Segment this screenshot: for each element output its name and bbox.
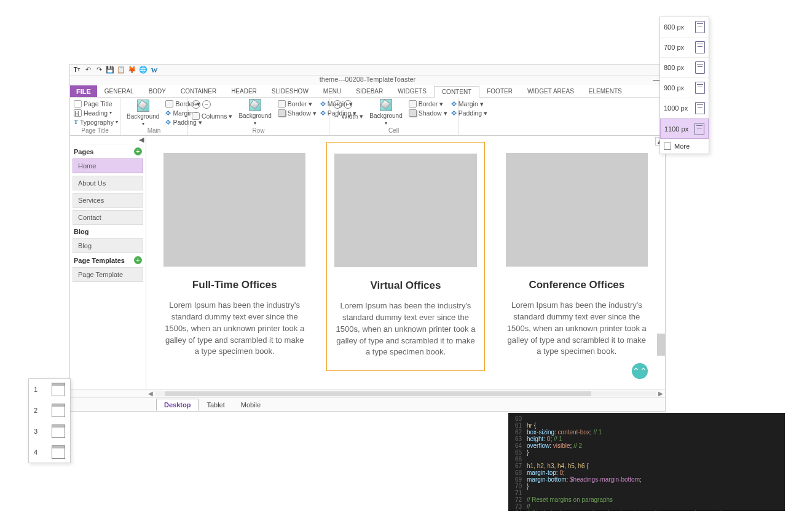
page-item-page-template[interactable]: Page Template [73,267,143,282]
card-title: Virtual Offices [327,280,484,292]
card-title: Conference Offices [498,279,655,291]
tab-menu[interactable]: MENU [316,85,348,97]
width-option[interactable]: 700 px [660,37,709,58]
save-icon[interactable]: 💾 [106,66,114,74]
group-page-title: Page Title HHeading ▾ T Typography ▾ Pag… [70,98,120,135]
undo-icon[interactable]: ↶ [84,66,92,74]
code-line: 61hr { [508,422,785,429]
add-row-button[interactable]: + [192,100,200,109]
layout-option-2[interactable]: 2 [29,400,70,421]
code-line: 72// Reset margins on paragraphs [508,496,785,503]
main-background-button[interactable]: Background▾ [124,99,162,127]
remove-cell-button[interactable]: − [344,100,352,109]
ribbon: Page Title HHeading ▾ T Typography ▾ Pag… [70,98,665,136]
width-option[interactable]: 1100 px [660,119,709,139]
tab-slideshow[interactable]: SLIDESHOW [264,85,316,97]
tab-general[interactable]: GENERAL [97,85,141,97]
text-tool-icon[interactable]: TT [73,66,81,74]
card-image [506,153,648,267]
scroll-right-icon[interactable]: ▶ [656,390,665,397]
code-editor[interactable]: 6061hr {62 box-sizing: content-box; // 1… [508,413,785,511]
horizontal-scrollbar[interactable]: ◀ ▶ [70,389,665,397]
tab-header[interactable]: HEADER [224,85,264,97]
add-page-button[interactable]: + [134,147,142,155]
canvas[interactable]: ▲ Full-Time OfficesLorem Ipsum has been … [146,136,665,389]
content-card[interactable]: Conference OfficesLorem Ipsum has been t… [498,142,655,371]
card-text: Lorem Ipsum has been the industry's stan… [327,300,484,370]
padding-icon: ✥ [320,109,326,117]
scroll-up-fab[interactable]: ⌃⌃ [632,363,648,379]
page-width-icon [695,82,705,94]
width-option[interactable]: 1000 px [660,98,709,119]
margin-icon: ✥ [451,100,457,108]
card-text: Lorem Ipsum has been the industry's stan… [156,300,313,370]
firefox-icon[interactable]: 🦊 [128,66,136,74]
width-button[interactable]: ↔ Width ▾ [333,111,363,120]
row-border-button[interactable]: Border ▾ [278,99,317,108]
browser-icon[interactable]: 🌐 [139,66,148,74]
paste-icon[interactable]: 📋 [117,66,125,74]
layout-number: 1 [34,386,37,393]
content-card[interactable]: Virtual OfficesLorem Ipsum has been the … [326,142,484,371]
page-item-contact[interactable]: Contact [73,210,143,225]
page-width-icon [695,21,705,33]
scroll-left-icon[interactable]: ◀ [146,390,155,397]
tab-container[interactable]: CONTAINER [173,85,224,97]
group-row: +− Columns ▾ Background▾ Border ▾ Shadow… [188,98,329,135]
page-title-toggle[interactable]: Page Title [74,99,118,108]
width-option[interactable]: 600 px [660,17,709,37]
code-line: 71 [508,490,785,496]
cell-margin-button[interactable]: ✥ Margin ▾ [451,99,488,108]
margin-icon: ✥ [320,100,326,108]
group-cell: +− ↔ Width ▾ Background▾ Border ▾ Shadow… [329,98,459,135]
add-template-button[interactable]: + [134,256,142,264]
tab-widget-areas[interactable]: WIDGET AREAS [520,85,581,97]
view-tab-mobile[interactable]: Mobile [233,399,269,411]
card-image [334,154,476,267]
tab-widgets[interactable]: WIDGETS [390,85,434,97]
page-item-blog[interactable]: Blog [73,238,143,253]
tab-content[interactable]: CONTENT [434,86,479,98]
heading-button[interactable]: HHeading ▾ [74,108,118,117]
add-cell-button[interactable]: + [333,100,342,109]
file-tab[interactable]: FILE [70,85,97,97]
view-tab-tablet[interactable]: Tablet [199,399,232,411]
tab-footer[interactable]: FOOTER [479,85,520,97]
layout-option-3[interactable]: 3 [29,421,70,442]
row-shadow-button[interactable]: Shadow ▾ [278,108,317,117]
row-background-button[interactable]: Background▾ [236,99,274,126]
tab-body[interactable]: BODY [141,85,173,97]
width-panel: 600 px700 px800 px900 px1000 px1100 pxMo… [659,17,709,154]
content-card[interactable]: Full-Time OfficesLorem Ipsum has been th… [156,142,313,371]
typography-button[interactable]: T Typography ▾ [74,117,118,127]
app-window: TT ↶ ↷ 💾 📋 🦊 🌐 W theme---00208-TemplateT… [69,64,666,412]
pages-section-header: Pages + [70,144,146,158]
code-line: 74// Similarly, the top margin on `<p>`s… [508,510,785,511]
page-width-icon [695,61,705,74]
layout-option-4[interactable]: 4 [29,442,70,463]
cell-padding-button[interactable]: ✥ Padding ▾ [451,108,488,117]
columns-button[interactable]: Columns ▾ [192,111,232,120]
width-label: 1100 px [664,125,688,133]
view-tab-desktop[interactable]: Desktop [156,399,199,411]
page-item-about-us[interactable]: About Us [73,176,143,190]
wordpress-icon[interactable]: W [150,66,159,74]
width-more-button[interactable]: More [660,139,709,154]
remove-row-button[interactable]: − [202,100,211,109]
redo-icon[interactable]: ↷ [95,66,103,74]
layout-option-1[interactable]: 1 [29,379,70,400]
cell-shadow-button[interactable]: Shadow ▾ [409,108,447,117]
page-item-home[interactable]: Home [73,158,143,173]
page-item-services[interactable]: Services [73,193,143,208]
width-option[interactable]: 900 px [660,78,709,98]
view-tabs: DesktopTabletMobile [70,397,665,411]
tab-elements[interactable]: ELEMENTS [581,85,629,97]
width-option[interactable]: 800 px [660,58,709,78]
width-label: 1000 px [664,104,688,112]
tab-sidebar[interactable]: SIDEBAR [348,85,390,97]
cell-background-button[interactable]: Background▾ [367,99,404,126]
collapse-sidebar-button[interactable]: ◀ [70,136,146,144]
cell-border-button[interactable]: Border ▾ [409,99,447,108]
width-label: 900 px [664,84,684,92]
vertical-scrollbar[interactable] [657,265,665,389]
